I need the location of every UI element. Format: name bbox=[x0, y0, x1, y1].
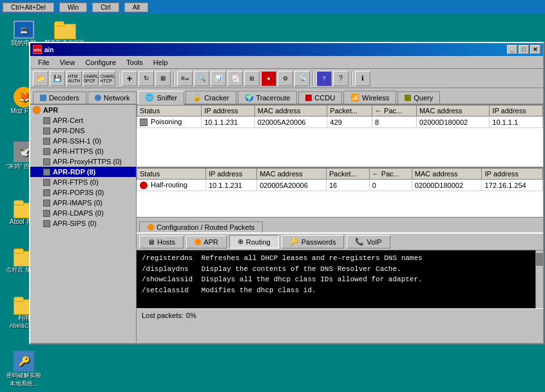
lower-td-packets: 16 bbox=[327, 180, 370, 191]
bottom-tab-routing[interactable]: ⊕ Routing bbox=[229, 235, 279, 248]
toolbar-stop[interactable]: ⊠ bbox=[155, 71, 171, 86]
upper-td-mac1: 020005A20006 bbox=[254, 117, 327, 128]
toolbar-help[interactable]: ? bbox=[316, 71, 332, 86]
top-bar-btn-4[interactable]: Alt bbox=[124, 3, 149, 12]
decoders-icon bbox=[40, 95, 46, 101]
toolbar-sep-2 bbox=[173, 72, 175, 85]
desktop-icon-mima[interactable]: 🔑 密码破解实验 本地系统... bbox=[3, 351, 44, 388]
bottom-tab-apr[interactable]: APR bbox=[186, 236, 227, 248]
upper-td-packets: 429 bbox=[327, 117, 372, 128]
main-panel: Status IP address MAC address Packet... … bbox=[137, 105, 543, 343]
upper-table-section: Status IP address MAC address Packet... … bbox=[137, 105, 543, 167]
lost-packets-value: 0% bbox=[186, 312, 196, 319]
bottom-tab-hosts[interactable]: 🖥 Hosts bbox=[139, 236, 184, 248]
desktop-icon-mima-label: 密码破解实验 本地系统... bbox=[3, 371, 44, 388]
lower-th-mac1: MAC address bbox=[257, 169, 327, 180]
status-bar: Lost packets: 0% bbox=[137, 308, 543, 321]
toolbar-icon1[interactable]: ⊞ bbox=[244, 71, 260, 86]
tab-wireless[interactable]: 📶 Wireless bbox=[343, 91, 396, 104]
toolbar-charl1[interactable]: CHARLSPCF bbox=[83, 71, 99, 86]
tab-network[interactable]: Network bbox=[88, 91, 137, 104]
toolbar-graph1[interactable]: 📊 bbox=[211, 71, 226, 86]
sidebar-item-apr-ldaps[interactable]: APR-LDAPS (0) bbox=[30, 208, 136, 218]
maximize-button[interactable]: □ bbox=[519, 45, 529, 54]
console-area: /registerdns Refreshes all DHCP leases a… bbox=[137, 250, 543, 308]
toolbar-save[interactable]: 💾 bbox=[50, 71, 65, 86]
toolbar-info[interactable]: ℹ bbox=[355, 71, 370, 86]
menu-help[interactable]: Help bbox=[148, 57, 173, 68]
lower-td-mac2: 02000D180002 bbox=[412, 180, 482, 191]
upper-td-mac2: 02000D180002 bbox=[416, 117, 489, 128]
top-bar-btn-2[interactable]: Win bbox=[59, 3, 87, 12]
titlebar: ain ain _ □ ✕ bbox=[30, 43, 543, 56]
routing-icon: ⊕ bbox=[238, 238, 244, 246]
sidebar: APR APR-Cert APR-DNS APR-SSH-1 (0) APR-H… bbox=[30, 105, 137, 343]
sidebar-item-apr-ftps[interactable]: APR-FTPS (0) bbox=[30, 177, 136, 187]
toolbar-htm[interactable]: HTMAUTH bbox=[66, 71, 82, 86]
tab-cracker[interactable]: 🔓 Cracker bbox=[186, 91, 236, 104]
sidebar-parent-apr[interactable]: APR bbox=[30, 105, 136, 115]
menu-view[interactable]: View bbox=[55, 57, 81, 68]
sidebar-item-apr-rdp[interactable]: APR-RDP (8) bbox=[30, 167, 136, 177]
toolbar-charl2[interactable]: CHARLHTCP bbox=[100, 71, 115, 86]
lower-td-ip1: 10.1.1.231 bbox=[206, 180, 256, 191]
network-icon bbox=[95, 95, 101, 101]
tab-decoders[interactable]: Decoders bbox=[33, 91, 86, 104]
toolbar-help2[interactable]: ? bbox=[333, 71, 349, 86]
toolbar-search[interactable]: 🔍 bbox=[194, 71, 209, 86]
hosts-monitor-icon: 🖥 bbox=[148, 238, 155, 246]
console-line-1: /displaydns Display the contents of the … bbox=[142, 264, 538, 275]
lock-icon-rdp bbox=[43, 169, 50, 176]
toolbar-graph2[interactable]: 📈 bbox=[227, 71, 243, 86]
upper-td-ip1: 10.1.1.231 bbox=[202, 117, 255, 128]
bottom-tab-voip[interactable]: 📞 VoIP bbox=[347, 235, 390, 248]
sidebar-item-apr-dns[interactable]: APR-DNS bbox=[30, 126, 136, 136]
wireless-icon: 📶 bbox=[350, 93, 359, 102]
toolbar-plus[interactable]: + bbox=[122, 71, 137, 86]
sidebar-item-apr-sips[interactable]: APR-SIPS (0) bbox=[30, 218, 136, 229]
sidebar-item-apr-ssh[interactable]: APR-SSH-1 (0) bbox=[30, 136, 136, 146]
minimize-button[interactable]: _ bbox=[507, 45, 517, 54]
toolbar-refresh[interactable]: ↻ bbox=[139, 71, 154, 86]
menu-file[interactable]: File bbox=[33, 57, 55, 68]
sidebar-item-apr-proxyhttps[interactable]: APR-ProxyHTTPS (0) bbox=[30, 156, 136, 167]
tab-ccdu[interactable]: CCDU bbox=[298, 91, 342, 104]
top-bar-btn-3[interactable]: Ctrl bbox=[92, 3, 119, 12]
close-button[interactable]: ✕ bbox=[530, 45, 540, 54]
toolbar-open[interactable]: 📂 bbox=[33, 71, 48, 86]
lock-icon-proxyhttps bbox=[43, 158, 50, 165]
upper-th-mac1: MAC address bbox=[254, 106, 327, 117]
upper-table-row[interactable]: Poisoning 10.1.1.231 020005A20006 429 8 … bbox=[137, 117, 543, 128]
sidebar-item-apr-https[interactable]: APR-HTTPS (0) bbox=[30, 146, 136, 156]
toolbar-icon3[interactable]: ⚙ bbox=[278, 71, 293, 86]
voip-phone-icon: 📞 bbox=[355, 238, 364, 246]
passwords-key-icon: 🔑 bbox=[290, 238, 299, 246]
menu-tools[interactable]: Tools bbox=[121, 57, 148, 68]
bottom-tab-passwords[interactable]: 🔑 Passwords bbox=[282, 235, 345, 248]
console-scrollbar-thumb[interactable] bbox=[536, 253, 543, 266]
window-title: ain bbox=[44, 46, 53, 53]
tab-query[interactable]: Query bbox=[397, 91, 440, 104]
upper-th-mac2: MAC address bbox=[416, 106, 489, 117]
menu-configure[interactable]: Configure bbox=[80, 57, 121, 68]
toolbar-icon4[interactable]: 📡 bbox=[294, 71, 310, 86]
toolbar-sep-3 bbox=[312, 72, 314, 85]
lower-table-row[interactable]: Half-routing 10.1.1.231 020005A20006 16 … bbox=[137, 180, 543, 191]
config-tab-btn[interactable]: Configuration / Routed Packets bbox=[139, 221, 263, 232]
top-bar-btn-1[interactable]: Ctrl+Alt+Del bbox=[3, 3, 54, 12]
toolbar-b64[interactable]: B₆₄ bbox=[177, 71, 193, 86]
window-controls: _ □ ✕ bbox=[507, 45, 540, 54]
sidebar-item-apr-pop3s[interactable]: APR-POP3S (0) bbox=[30, 187, 136, 198]
sidebar-item-apr-imaps[interactable]: APR-IMAPS (0) bbox=[30, 198, 136, 208]
tab-sniffer[interactable]: 🌐 Sniffer bbox=[138, 91, 184, 105]
halfrouting-icon bbox=[140, 182, 148, 189]
top-bar: Ctrl+Alt+Del Win Ctrl Alt bbox=[0, 0, 545, 14]
lock-icon-dns bbox=[43, 127, 50, 135]
upper-th-ip2: IP address bbox=[490, 106, 543, 117]
lower-th-packets: Packet... bbox=[327, 169, 370, 180]
sidebar-item-apr-cert[interactable]: APR-Cert bbox=[30, 115, 136, 126]
tab-traceroute[interactable]: 🌍 Traceroute bbox=[238, 91, 298, 104]
toolbar-icon2[interactable]: ● bbox=[261, 71, 276, 86]
menubar: File View Configure Tools Help bbox=[30, 56, 543, 69]
console-scrollbar[interactable] bbox=[535, 250, 543, 308]
